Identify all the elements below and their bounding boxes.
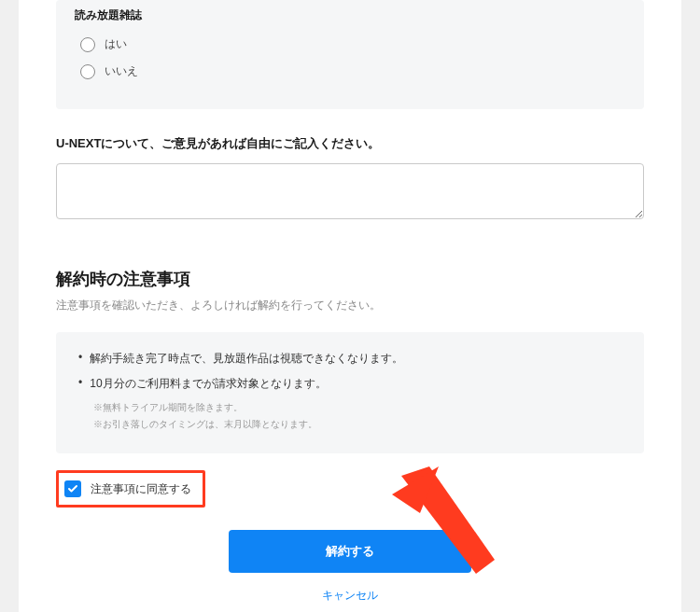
radio-icon xyxy=(80,37,95,52)
feedback-label: U-NEXTについて、ご意見があれば自由にご記入ください。 xyxy=(56,135,644,152)
cancellation-title: 解約時の注意事項 xyxy=(56,268,644,290)
radio-label: いいえ xyxy=(105,63,138,79)
notice-box: 解約手続き完了時点で、見放題作品は視聴できなくなります。 10月分のご利用料まで… xyxy=(56,332,644,453)
survey-box: 読み放題雑誌 はい いいえ xyxy=(56,0,644,109)
radio-option-yes[interactable]: はい xyxy=(80,36,625,52)
notice-item: 10月分のご利用料までが請求対象となります。 xyxy=(78,376,622,392)
notice-subnote: ※無料トライアル期間を除きます。 xyxy=(93,401,622,414)
radio-option-no[interactable]: いいえ xyxy=(80,63,625,79)
feedback-textarea[interactable] xyxy=(56,163,644,219)
notice-item: 解約手続き完了時点で、見放題作品は視聴できなくなります。 xyxy=(78,351,622,367)
cancellation-description: 注意事項を確認いただき、よろしければ解約を行ってください。 xyxy=(56,298,644,313)
radio-label: はい xyxy=(105,36,127,52)
submit-cancellation-button[interactable]: 解約する xyxy=(229,530,471,573)
cancel-link[interactable]: キャンセル xyxy=(56,588,644,604)
radio-icon xyxy=(80,64,95,79)
notice-subnote: ※お引き落しのタイミングは、末月以降となります。 xyxy=(93,418,622,431)
consent-checkbox-row[interactable]: 注意事項に同意する xyxy=(56,470,205,508)
main-content: 読み放題雑誌 はい いいえ U-NEXTについて、ご意見があれば自由にご記入くだ… xyxy=(19,0,681,612)
button-area: 解約する キャンセル xyxy=(56,530,644,604)
consent-label: 注意事項に同意する xyxy=(91,481,191,497)
survey-question: 読み放題雑誌 xyxy=(75,7,625,23)
checkbox-checked-icon xyxy=(64,480,81,497)
